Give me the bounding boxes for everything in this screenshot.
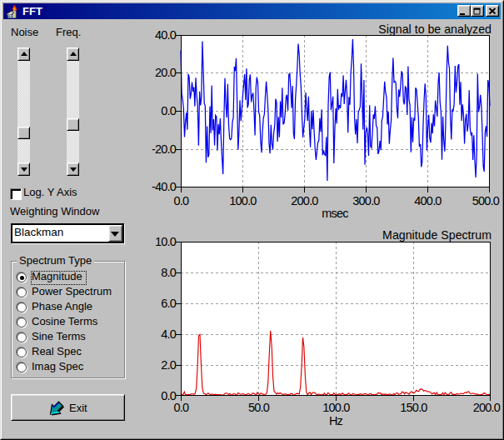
svg-text:Hz: Hz bbox=[329, 414, 343, 428]
svg-text:2.0: 2.0 bbox=[161, 358, 176, 372]
svg-text:40.0: 40.0 bbox=[155, 28, 177, 42]
svg-text:-20.0: -20.0 bbox=[152, 142, 177, 156]
svg-text:300.0: 300.0 bbox=[352, 194, 380, 208]
svg-text:0.0: 0.0 bbox=[174, 194, 189, 208]
svg-text:50.0: 50.0 bbox=[248, 401, 270, 414]
svg-text:Signal to be analyzed: Signal to be analyzed bbox=[378, 22, 492, 36]
svg-text:msec: msec bbox=[322, 207, 348, 220]
svg-text:200.0: 200.0 bbox=[291, 194, 318, 208]
svg-text:10.0: 10.0 bbox=[155, 235, 177, 248]
svg-text:100.0: 100.0 bbox=[229, 194, 257, 208]
svg-text:8.0: 8.0 bbox=[161, 266, 176, 279]
svg-text:500.0: 500.0 bbox=[472, 194, 500, 208]
svg-text:4.0: 4.0 bbox=[161, 328, 176, 341]
svg-text:0.0: 0.0 bbox=[161, 104, 176, 118]
svg-text:6.0: 6.0 bbox=[161, 297, 176, 310]
svg-text:100.0: 100.0 bbox=[322, 401, 350, 414]
svg-text:400.0: 400.0 bbox=[414, 194, 442, 208]
svg-text:Magnitude Spectrum: Magnitude Spectrum bbox=[382, 228, 492, 242]
svg-text:20.0: 20.0 bbox=[155, 66, 177, 79]
svg-text:-40.0: -40.0 bbox=[152, 180, 177, 193]
svg-text:200.0: 200.0 bbox=[473, 401, 501, 414]
svg-text:150.0: 150.0 bbox=[400, 401, 427, 414]
svg-text:0.0: 0.0 bbox=[174, 401, 189, 414]
